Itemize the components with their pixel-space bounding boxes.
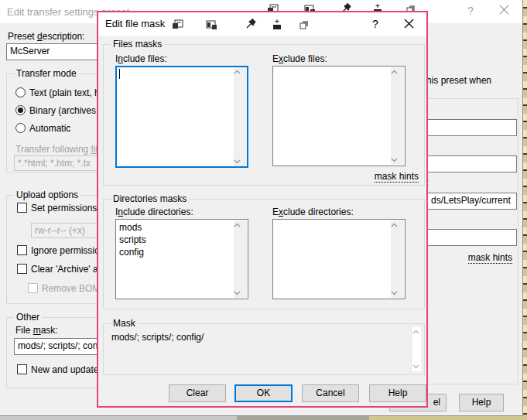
new-updated-label[interactable]: New and updated (31, 364, 104, 375)
outer-help-button-bottom[interactable]: Help (459, 394, 504, 411)
clear-button[interactable]: Clear (169, 384, 226, 402)
files-masks-group-label: Files masks (111, 39, 164, 50)
dialog-titlebar: Edit file mask ? (98, 12, 426, 36)
copy-icon[interactable] (298, 19, 310, 31)
include-directories-memo[interactable]: mods scripts config (115, 219, 248, 299)
radio-text-label[interactable]: Text (plain text, h (29, 87, 100, 98)
include-directories-scrollbar[interactable] (234, 220, 247, 298)
outer-help-button[interactable]: ? (464, 4, 477, 18)
include-files-scrollbar[interactable] (234, 67, 247, 166)
mask-scrollbar[interactable] (411, 327, 421, 371)
import-icon[interactable] (271, 19, 283, 31)
set-permissions-label[interactable]: Set permissions: (31, 203, 100, 213)
clear-archive-label[interactable]: Clear 'Archive' at (31, 264, 101, 275)
mask-group-label: Mask (111, 318, 138, 329)
exclude-files-label: Exclude files: (272, 53, 327, 64)
scroll-down-icon[interactable] (234, 159, 247, 164)
scroll-down-icon[interactable] (391, 291, 404, 295)
scroll-down-icon[interactable] (234, 291, 247, 295)
set-permissions-checkbox[interactable] (17, 203, 27, 213)
scroll-down-icon[interactable] (412, 364, 419, 369)
radio-automatic-mode[interactable] (15, 123, 26, 133)
preset-description-label: Preset description: (8, 31, 84, 42)
outer-mask-hints-link[interactable]: mask hints (468, 253, 512, 264)
upload-options-group-label: Upload options (14, 190, 80, 200)
exclude-directories-scrollbar[interactable] (391, 220, 404, 298)
other-group-label: Other (14, 312, 42, 323)
following-masks-field: *.*html; *.htm; *.tx (14, 155, 107, 171)
exclude-files-memo[interactable] (272, 66, 406, 166)
radio-text-mode[interactable] (15, 87, 26, 97)
transfer-mode-group-label: Transfer mode (14, 68, 79, 79)
new-updated-checkbox[interactable] (17, 364, 27, 374)
scroll-up-icon[interactable] (391, 70, 404, 74)
edit-file-mask-dialog: Edit file mask ? Files masks Include fil… (97, 11, 428, 408)
files-mask-hints-link[interactable]: mask hints (375, 172, 419, 183)
scroll-down-icon[interactable] (391, 158, 404, 162)
scroll-up-icon[interactable] (234, 223, 247, 227)
pin-icon[interactable] (244, 19, 256, 31)
exclude-files-scrollbar[interactable] (391, 67, 404, 165)
use-preset-when-text: his preset when (426, 75, 491, 86)
radio-automatic-label[interactable]: Automatic (29, 123, 70, 134)
file-mask-label: File mask: (15, 325, 58, 336)
dialog-title: Edit file mask (105, 18, 165, 29)
permissions-field: rw-r--r-- (+x) (31, 223, 104, 238)
clear-archive-checkbox[interactable] (17, 264, 27, 274)
remove-bom-checkbox (28, 283, 38, 293)
ok-button[interactable]: OK (234, 384, 293, 402)
scroll-up-icon[interactable] (412, 330, 419, 334)
help-button[interactable]: Help (369, 384, 426, 402)
exclude-directories-memo[interactable] (272, 219, 406, 299)
dialog-help-button[interactable]: ? (369, 17, 382, 31)
radio-binary-label[interactable]: Binary (archives, (29, 105, 98, 116)
include-directories-label: Include directories: (115, 207, 193, 217)
scroll-up-icon[interactable] (234, 70, 247, 74)
outer-close-icon[interactable] (498, 4, 511, 18)
ignore-permissions-checkbox[interactable] (17, 245, 27, 255)
mask-preview-text: mods/; scripts/; config/ (111, 332, 406, 343)
cancel-button[interactable]: Cancel (302, 384, 359, 402)
radio-binary-mode[interactable] (15, 105, 26, 115)
dialog-close-icon[interactable] (403, 18, 416, 32)
exclude-directories-label: Exclude directories: (272, 207, 354, 217)
mask-group: Mask mods/; scripts/; config/ (103, 323, 425, 375)
window-list-icon[interactable] (205, 19, 217, 31)
include-files-memo[interactable] (115, 66, 248, 168)
include-files-label: Include files: (115, 53, 167, 64)
directories-masks-group-label: Directories masks (111, 193, 189, 204)
dock-window-icon[interactable] (172, 19, 184, 31)
ignore-permissions-label[interactable]: Ignore permission (31, 245, 104, 256)
transfer-following-label: Transfer following fil (15, 144, 98, 155)
scroll-up-icon[interactable] (391, 223, 404, 227)
